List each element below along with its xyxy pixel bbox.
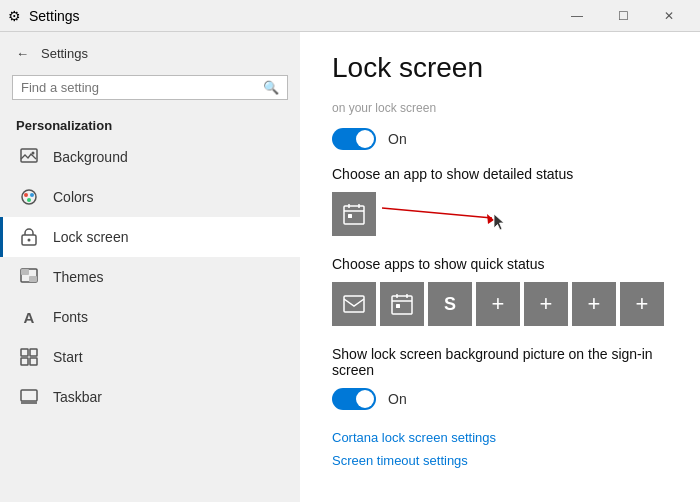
back-icon: ← <box>16 46 29 61</box>
colors-icon <box>19 187 39 207</box>
start-label: Start <box>53 349 83 365</box>
svg-rect-0 <box>21 149 37 162</box>
main-toggle[interactable] <box>332 128 376 150</box>
svg-point-1 <box>32 152 35 155</box>
calendar-app-tile[interactable] <box>332 192 376 236</box>
plus-tile-4[interactable]: + <box>620 282 664 326</box>
svg-rect-21 <box>348 214 352 218</box>
quick-status-section: Choose apps to show quick status <box>332 256 668 326</box>
detailed-status-section: Choose an app to show detailed status <box>332 166 668 236</box>
taskbar-label: Taskbar <box>53 389 102 405</box>
title-bar-title: Settings <box>29 8 80 24</box>
main-toggle-label: On <box>388 131 407 147</box>
svg-point-5 <box>27 198 31 202</box>
title-bar-controls: — ☐ ✕ <box>554 0 692 32</box>
content-area: Lock screen on your lock screen On Choos… <box>300 32 700 502</box>
title-bar-left: ⚙ Settings <box>8 8 80 24</box>
search-box[interactable]: 🔍 <box>12 75 288 100</box>
back-label: Settings <box>41 46 88 61</box>
sidebar-item-background[interactable]: Background <box>0 137 300 177</box>
svg-rect-25 <box>392 296 412 314</box>
fonts-icon: A <box>19 307 39 327</box>
svg-rect-16 <box>21 401 37 404</box>
themes-icon <box>19 267 39 287</box>
themes-label: Themes <box>53 269 104 285</box>
signin-toggle-row: On <box>332 388 668 410</box>
scrolled-text: on your lock screen <box>332 100 668 118</box>
quick-status-title: Choose apps to show quick status <box>332 256 668 272</box>
skype-tile[interactable]: S <box>428 282 472 326</box>
svg-rect-14 <box>30 358 37 365</box>
signin-toggle-text: Show lock screen background picture on t… <box>332 346 668 378</box>
svg-rect-17 <box>344 206 364 224</box>
svg-rect-24 <box>344 296 364 312</box>
background-icon <box>19 147 39 167</box>
search-icon: 🔍 <box>263 80 279 95</box>
svg-point-7 <box>28 239 31 242</box>
svg-point-3 <box>24 193 28 197</box>
fonts-label: Fonts <box>53 309 88 325</box>
svg-rect-10 <box>29 276 37 282</box>
close-button[interactable]: ✕ <box>646 0 692 32</box>
sidebar-item-themes[interactable]: Themes <box>0 257 300 297</box>
settings-icon: ⚙ <box>8 8 21 24</box>
taskbar-icon <box>19 387 39 407</box>
mail-tile[interactable] <box>332 282 376 326</box>
sidebar-item-fonts[interactable]: A Fonts <box>0 297 300 337</box>
cortana-link[interactable]: Cortana lock screen settings <box>332 430 668 445</box>
annotation-area <box>332 192 668 236</box>
app-container: ← Settings 🔍 Personalization Background <box>0 32 700 502</box>
sidebar-item-taskbar[interactable]: Taskbar <box>0 377 300 417</box>
sidebar-item-start[interactable]: Start <box>0 337 300 377</box>
lock-screen-label: Lock screen <box>53 229 128 245</box>
svg-rect-12 <box>30 349 37 356</box>
search-input[interactable] <box>21 80 255 95</box>
title-bar: ⚙ Settings — ☐ ✕ <box>0 0 700 32</box>
screen-timeout-link[interactable]: Screen timeout settings <box>332 453 668 468</box>
start-icon <box>19 347 39 367</box>
calendar-tile[interactable] <box>380 282 424 326</box>
svg-rect-15 <box>21 390 37 401</box>
lock-screen-icon <box>19 227 39 247</box>
signin-toggle[interactable] <box>332 388 376 410</box>
signin-toggle-label: On <box>388 391 407 407</box>
personalization-header: Personalization <box>0 108 300 137</box>
svg-rect-13 <box>21 358 28 365</box>
colors-label: Colors <box>53 189 93 205</box>
quick-status-grid: S + + + + <box>332 282 668 326</box>
signin-toggle-section: Show lock screen background picture on t… <box>332 346 668 410</box>
detailed-status-grid <box>332 192 668 236</box>
background-label: Background <box>53 149 128 165</box>
minimize-button[interactable]: — <box>554 0 600 32</box>
svg-point-4 <box>30 193 34 197</box>
links-section: Cortana lock screen settings Screen time… <box>332 430 668 468</box>
svg-rect-9 <box>21 269 29 275</box>
sidebar-item-lock-screen[interactable]: Lock screen <box>0 217 300 257</box>
plus-tile-1[interactable]: + <box>476 282 520 326</box>
detailed-status-title: Choose an app to show detailed status <box>332 166 668 182</box>
svg-rect-29 <box>396 304 400 308</box>
maximize-button[interactable]: ☐ <box>600 0 646 32</box>
svg-rect-11 <box>21 349 28 356</box>
page-title: Lock screen <box>332 52 668 84</box>
sidebar-item-colors[interactable]: Colors <box>0 177 300 217</box>
sidebar: ← Settings 🔍 Personalization Background <box>0 32 300 502</box>
plus-tile-3[interactable]: + <box>572 282 616 326</box>
main-toggle-row: On <box>332 128 668 150</box>
plus-tile-2[interactable]: + <box>524 282 568 326</box>
back-button[interactable]: ← Settings <box>0 40 300 67</box>
